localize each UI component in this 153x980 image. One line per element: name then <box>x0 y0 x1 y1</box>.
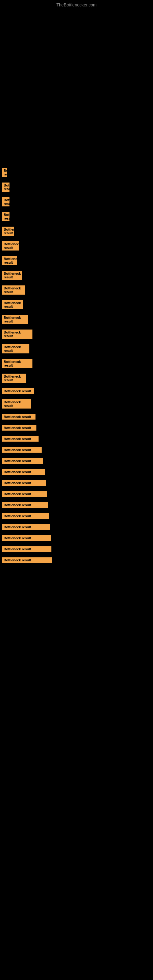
list-item: Bottleneck result <box>0 414 153 420</box>
bottleneck-label: Bottleneck result <box>2 227 14 236</box>
bottleneck-label: Bottleneck result <box>2 212 10 221</box>
list-item: Bottleneck result <box>0 502 153 508</box>
list-item: Bottleneck result <box>0 557 153 563</box>
bottleneck-label: Bottleneck result <box>2 535 51 541</box>
bottleneck-label: Bottleneck result <box>2 315 28 324</box>
bottleneck-label: Bottleneck result <box>2 241 19 250</box>
bottleneck-label: Bottleneck result <box>2 447 41 453</box>
list-item: Bottleneck result <box>0 315 153 324</box>
list-item: Bottleneck result <box>0 491 153 497</box>
list-item: Bottleneck result <box>0 197 153 207</box>
bottleneck-label: Bottleneck result <box>2 300 23 309</box>
bottleneck-label: Bottleneck result <box>2 480 46 486</box>
list-item: Bottleneck result <box>0 513 153 519</box>
bottleneck-label: Bottleneck result <box>2 399 31 409</box>
bottleneck-label: Bottleneck result <box>2 425 37 431</box>
chart-area <box>3 9 150 107</box>
list-item: Bottleneck result <box>0 183 153 192</box>
list-item: Bottleneck result <box>0 399 153 409</box>
bottleneck-label: Bottleneck result <box>2 491 47 497</box>
bottleneck-label: Bottleneck result <box>2 271 22 280</box>
list-item: Bottleneck result <box>0 436 153 442</box>
bottleneck-label: Bottleneck result <box>2 285 25 294</box>
bottleneck-label: Bottleneck result <box>2 168 7 177</box>
list-item: Bottleneck result <box>0 447 153 453</box>
list-item: Bottleneck result <box>0 388 153 394</box>
list-item: Bottleneck result <box>0 271 153 280</box>
list-item: Bottleneck result <box>0 241 153 250</box>
list-item: Bottleneck result <box>0 524 153 530</box>
list-item: Bottleneck result <box>0 535 153 541</box>
list-item: Bottleneck result <box>0 256 153 265</box>
list-item: Bottleneck result <box>0 285 153 294</box>
list-item: Bottleneck result <box>0 374 153 383</box>
list-item: Bottleneck result <box>0 300 153 309</box>
bottleneck-label: Bottleneck result <box>2 436 38 442</box>
bottleneck-label: Bottleneck result <box>2 458 43 464</box>
bottleneck-label: Bottleneck result <box>2 546 51 552</box>
list-item: Bottleneck result <box>0 546 153 552</box>
list-item: Bottleneck result <box>0 480 153 486</box>
bottleneck-label: Bottleneck result <box>2 183 10 192</box>
bottleneck-label: Bottleneck result <box>2 374 26 383</box>
list-item: Bottleneck result <box>0 344 153 353</box>
list-item: Bottleneck result <box>0 469 153 475</box>
list-item: Bottleneck result <box>0 359 153 368</box>
bottleneck-label: Bottleneck result <box>2 256 17 265</box>
bottleneck-label: Bottleneck result <box>2 344 29 353</box>
bottleneck-label: Bottleneck result <box>2 469 45 475</box>
list-item: Bottleneck result <box>0 329 153 339</box>
list-item: Bottleneck result <box>0 212 153 221</box>
bottleneck-label: Bottleneck result <box>2 359 32 368</box>
list-item: Bottleneck result <box>0 425 153 431</box>
list-item: Bottleneck result <box>0 458 153 464</box>
bottleneck-label: Bottleneck result <box>2 524 50 530</box>
bottleneck-label: Bottleneck result <box>2 197 10 207</box>
bottleneck-label: Bottleneck result <box>2 502 48 508</box>
list-item: Bottleneck result <box>0 227 153 236</box>
bottleneck-label: Bottleneck result <box>2 388 34 394</box>
site-title: TheBottlenecker.com <box>0 0 153 9</box>
list-item: Bottleneck result <box>0 168 153 177</box>
bottleneck-label: Bottleneck result <box>2 557 52 563</box>
bottleneck-label: Bottleneck result <box>2 414 35 420</box>
bottleneck-label: Bottleneck result <box>2 329 32 339</box>
bottleneck-label: Bottleneck result <box>2 513 49 519</box>
